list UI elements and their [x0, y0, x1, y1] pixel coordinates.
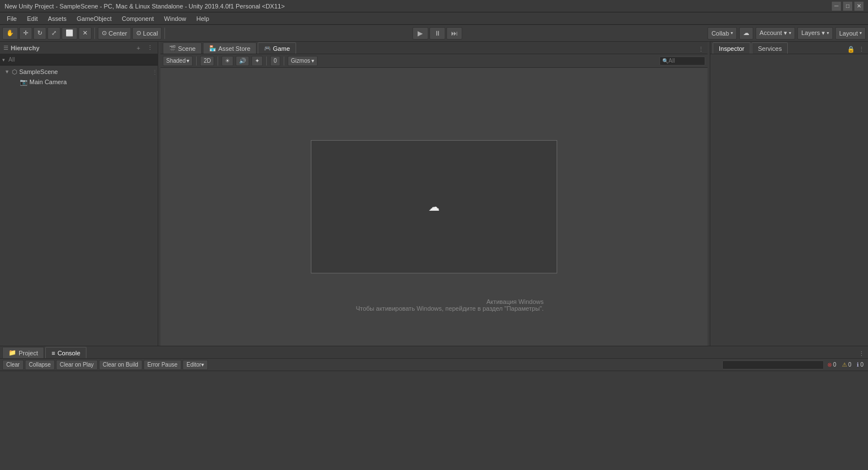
tool-rect[interactable]: ⬜	[62, 27, 77, 40]
scene-name: SampleScene	[19, 68, 58, 75]
inspector-tab-label: Inspector	[719, 45, 744, 52]
menu-assets[interactable]: Assets	[44, 14, 71, 23]
close-button[interactable]: ✕	[854, 2, 863, 11]
hierarchy-add-button[interactable]: +	[134, 43, 143, 53]
tab-asset-store[interactable]: 🏪 Asset Store	[203, 42, 257, 54]
account-chevron: ▾	[789, 31, 791, 36]
watermark-line2: Чтобы активировать Windows, перейдите в …	[356, 305, 544, 312]
tab-scene[interactable]: 🎬 Scene	[163, 42, 202, 54]
toolbar: ✋ ✛ ↻ ⤢ ⬜ ✕ ⊙ Center ⊙ Local ▶ ⏸ ⏭ Colla…	[0, 25, 868, 42]
2d-button[interactable]: 2D	[200, 56, 214, 66]
game-tab-icon: 🎮	[264, 45, 271, 51]
scene-viewport[interactable]: ☁ Активация Windows Чтобы активировать W…	[160, 68, 708, 346]
layout-chevron: ▾	[860, 31, 862, 36]
error-count: 0	[833, 362, 836, 368]
info-count: 0	[860, 362, 863, 368]
windows-watermark: Активация Windows Чтобы активировать Win…	[356, 298, 544, 312]
editor-chevron: ▾	[201, 362, 204, 368]
hierarchy-dropdown-icon[interactable]: ▾	[2, 57, 5, 63]
tab-project[interactable]: 📁 Project	[2, 347, 44, 358]
fx-button[interactable]: ✦	[251, 56, 263, 66]
tool-combined[interactable]: ✕	[79, 27, 92, 40]
shading-dropdown[interactable]: Shaded ▾	[163, 56, 193, 66]
project-tab-icon: 📁	[8, 349, 16, 356]
arrow-icon: ▼	[5, 69, 10, 75]
inspector-options-button[interactable]: ⋮	[857, 45, 866, 54]
console-toolbar: Clear Collapse Clear on Play Clear on Bu…	[0, 359, 868, 371]
layout-button[interactable]: Layout ▾	[835, 27, 866, 40]
error-pause-button[interactable]: Error Pause	[144, 360, 181, 370]
menu-gameobject[interactable]: GameObject	[72, 14, 116, 23]
space-button[interactable]: ⊙ Local	[132, 27, 162, 40]
scene-options[interactable]: ⋮	[152, 69, 158, 75]
hierarchy-search[interactable]	[6, 55, 155, 64]
work-area: ☰ Hierarchy + ⋮ ▾ ▼ ⬡ SampleScene ⋮	[0, 42, 868, 470]
step-button[interactable]: ⏭	[446, 27, 462, 40]
gizmos-button[interactable]: Gizmos ▾	[288, 56, 318, 66]
inspector-lock-button[interactable]: 🔒	[847, 45, 856, 54]
menu-window[interactable]: Window	[159, 14, 190, 23]
menu-bar: File Edit Assets GameObject Component Wi…	[0, 12, 868, 25]
bottom-area: 📁 Project ≡ Console ⋮ Clear Collapse Cle…	[0, 346, 868, 470]
pivot-icon: ⊙	[102, 29, 107, 37]
editor-label: Editor	[186, 362, 201, 368]
asset-store-tab-icon: 🏪	[209, 45, 216, 51]
shading-label: Shaded	[166, 58, 185, 64]
separator-2	[164, 28, 165, 39]
pause-button[interactable]: ⏸	[429, 27, 445, 40]
warn-count-badge: ⚠ 0	[840, 362, 854, 368]
bottom-panel-options[interactable]: ⋮	[857, 349, 866, 358]
game-frame: ☁	[311, 140, 557, 273]
play-button[interactable]: ▶	[413, 27, 428, 40]
account-button[interactable]: Account ▾ ▾	[756, 27, 795, 40]
menu-edit[interactable]: Edit	[23, 14, 42, 23]
hierarchy-item-maincamera[interactable]: ▶ 📷 Main Camera	[0, 77, 158, 87]
layers-button[interactable]: Layers ▾ ▾	[797, 27, 833, 40]
clear-button[interactable]: Clear	[2, 360, 24, 370]
error-count-badge: ⊗ 0	[825, 362, 839, 368]
menu-component[interactable]: Component	[117, 14, 158, 23]
tab-game[interactable]: 🎮 Game	[258, 42, 296, 54]
hierarchy-item-samplescene[interactable]: ▼ ⬡ SampleScene ⋮	[0, 67, 158, 77]
console-search-input[interactable]	[722, 360, 824, 369]
toolbar-right-group: Collab ▾ ☁ Account ▾ ▾ Layers ▾ ▾ Layout…	[708, 27, 866, 40]
lighting-button[interactable]: ☀	[222, 56, 233, 66]
editor-dropdown-button[interactable]: Editor ▾	[183, 360, 208, 370]
tool-rotate[interactable]: ↻	[33, 27, 46, 40]
game-tab-label: Game	[273, 45, 290, 52]
separator-1	[94, 28, 95, 39]
tool-hand[interactable]: ✋	[2, 27, 18, 40]
view-panel-options[interactable]: ⋮	[696, 45, 705, 54]
menu-help[interactable]: Help	[192, 14, 214, 23]
tool-move[interactable]: ✛	[19, 27, 32, 40]
tab-console[interactable]: ≡ Console	[45, 347, 86, 358]
audio-button[interactable]: 🔊	[236, 56, 249, 66]
collapse-button[interactable]: Collapse	[25, 360, 55, 370]
panels-row: ☰ Hierarchy + ⋮ ▾ ▼ ⬡ SampleScene ⋮	[0, 42, 868, 346]
pivot-label: Center	[108, 30, 127, 37]
scene-search-input[interactable]	[669, 58, 702, 64]
stat-button[interactable]: 0	[270, 56, 280, 66]
maximize-button[interactable]: □	[843, 2, 852, 11]
collab-label: Collab	[711, 30, 729, 37]
menu-file[interactable]: File	[2, 14, 21, 23]
scene-sep-4	[284, 56, 284, 66]
title-text: New Unity Project - SampleScene - PC, Ma…	[5, 3, 285, 10]
bottom-tab-bar: 📁 Project ≡ Console ⋮	[0, 346, 868, 359]
minimize-button[interactable]: ─	[832, 2, 841, 11]
cloud-button[interactable]: ☁	[739, 27, 753, 40]
tab-services[interactable]: Services	[752, 42, 788, 54]
services-tab-label: Services	[758, 45, 782, 52]
warn-icon: ⚠	[842, 362, 847, 368]
collab-button[interactable]: Collab ▾	[708, 27, 737, 40]
tool-scale[interactable]: ⤢	[47, 27, 60, 40]
hierarchy-options-button[interactable]: ⋮	[145, 43, 154, 53]
console-tab-icon: ≡	[51, 350, 55, 356]
clear-on-build-button[interactable]: Clear on Build	[99, 360, 142, 370]
tab-inspector[interactable]: Inspector	[713, 42, 750, 54]
pivot-button[interactable]: ⊙ Center	[98, 27, 131, 40]
clear-on-play-button[interactable]: Clear on Play	[56, 360, 98, 370]
asset-store-tab-label: Asset Store	[218, 45, 250, 52]
play-controls: ▶ ⏸ ⏭	[413, 27, 462, 40]
scene-sep-3	[266, 56, 267, 66]
